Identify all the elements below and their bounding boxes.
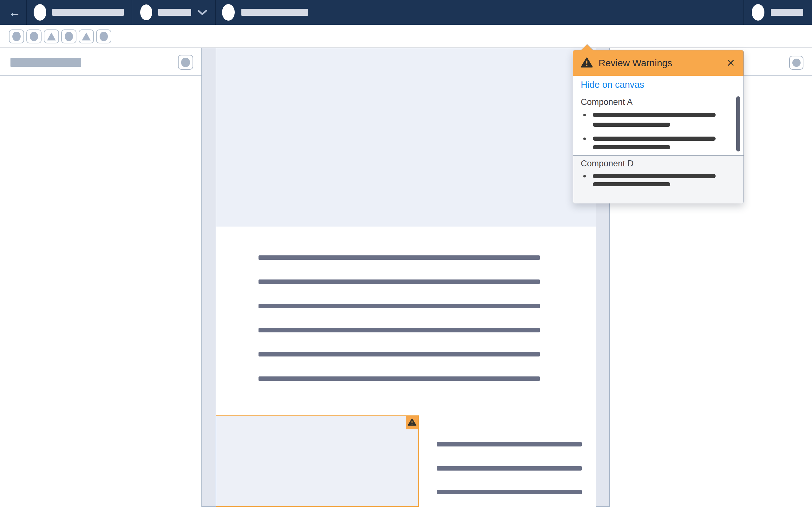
user-menu[interactable] (752, 0, 803, 25)
warning-text-redacted (593, 136, 716, 141)
warning-triangle-icon (581, 57, 593, 69)
nav-label-redacted (158, 9, 191, 16)
redacted-text-line (258, 256, 540, 260)
warning-text-redacted (593, 174, 716, 178)
toolbar-circle-button[interactable] (26, 30, 42, 43)
flagged-component[interactable] (216, 415, 419, 507)
triangle-icon (82, 32, 91, 41)
toolbar-circle-button[interactable] (9, 30, 24, 43)
warning-text-redacted (593, 145, 670, 149)
nav-context-2[interactable] (140, 0, 207, 25)
review-warnings-popover: Review Warnings ✕ Hide on canvas Compone… (573, 50, 744, 204)
warning-text-redacted (593, 113, 716, 117)
canvas-page[interactable] (216, 48, 596, 507)
user-avatar (752, 4, 764, 20)
popover-scrollbar-thumb[interactable] (736, 96, 740, 152)
left-sidebar-header (0, 48, 201, 76)
close-icon[interactable]: ✕ (722, 50, 739, 76)
redacted-text-line (258, 352, 540, 356)
bullet-icon (583, 137, 586, 140)
nav-context-3[interactable] (222, 0, 308, 25)
header-divider (132, 0, 132, 25)
section-title: Component A (581, 97, 633, 107)
warning-text-redacted (593, 182, 670, 186)
circle-icon (65, 32, 73, 41)
hide-on-canvas-link[interactable]: Hide on canvas (581, 79, 644, 90)
redacted-text-line (258, 328, 540, 332)
chevron-down-icon (198, 9, 207, 15)
back-icon: ← (9, 6, 20, 18)
builder-toolbar (0, 25, 812, 48)
popover-title: Review Warnings (599, 58, 672, 68)
circle-icon (181, 58, 190, 67)
global-header: ← (0, 0, 812, 25)
toolbar-triangle-button[interactable] (79, 30, 94, 43)
sidebar-header-button[interactable] (789, 56, 803, 70)
avatar (222, 4, 235, 20)
nav-label-redacted (241, 9, 308, 16)
toolbar-triangle-button[interactable] (44, 30, 59, 43)
redacted-text-line (258, 279, 540, 284)
redacted-text-line (437, 490, 582, 494)
nav-label-redacted (52, 9, 124, 16)
popover-link-row: Hide on canvas (573, 76, 744, 94)
warning-triangle-icon (408, 418, 416, 427)
user-label-redacted (771, 9, 803, 16)
triangle-icon (47, 32, 56, 41)
circle-icon (100, 32, 108, 41)
header-divider (215, 0, 216, 25)
warning-section-component-d: Component D (573, 156, 744, 204)
header-divider (744, 0, 744, 25)
avatar (140, 4, 152, 20)
toolbar-circle-button[interactable] (61, 30, 77, 43)
left-sidebar (0, 48, 202, 507)
circle-icon (792, 59, 801, 67)
header-divider (26, 0, 27, 25)
component-warning-badge[interactable] (406, 416, 418, 429)
sidebar-title-redacted (10, 58, 81, 67)
back-button[interactable]: ← (6, 0, 23, 25)
popover-header: Review Warnings ✕ (573, 50, 744, 76)
circle-icon (30, 32, 38, 41)
avatar (34, 4, 46, 20)
redacted-text-line (437, 442, 582, 447)
bullet-icon (583, 175, 586, 177)
redacted-text-line (437, 466, 582, 470)
redacted-text-line (258, 304, 540, 308)
app-root: ← (0, 0, 812, 507)
toolbar-circle-button[interactable] (96, 30, 111, 43)
circle-icon (12, 32, 20, 41)
nav-context-1[interactable] (34, 0, 46, 25)
warning-section-component-a: Component A (573, 94, 744, 156)
warning-text-redacted (593, 123, 670, 127)
section-title: Component D (581, 159, 634, 169)
hero-placeholder-component[interactable] (216, 48, 596, 227)
sidebar-header-button[interactable] (178, 55, 193, 70)
redacted-text-line (258, 377, 540, 381)
bullet-icon (583, 114, 586, 116)
